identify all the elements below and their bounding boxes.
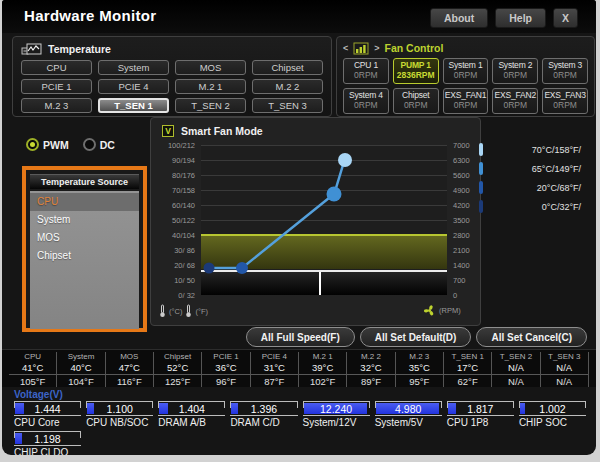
- fan-curve-point-4[interactable]: [338, 153, 352, 167]
- legend-color-swatch: [479, 162, 483, 175]
- rpm-unit-label: (RPM): [439, 306, 461, 315]
- temp-sensor-button-t-sen-3[interactable]: T_SEN 3: [252, 98, 323, 113]
- temp-source-option-chipset[interactable]: Chipset: [30, 247, 139, 265]
- temp-sensor-button-pcie-4[interactable]: PCIE 4: [98, 79, 169, 94]
- voltage-rail-name: CPU Core: [14, 417, 81, 429]
- status-celsius-value: 47°C: [119, 362, 140, 373]
- fan-button-exs-fan2[interactable]: EXS_FAN20RPM: [492, 88, 538, 114]
- legend-percent-value: 100%: [581, 145, 596, 155]
- fan-curve-point-2[interactable]: [236, 262, 248, 274]
- status-cell-cpu: CPU41°C105°F: [9, 352, 57, 387]
- fan-control-icon: [353, 42, 369, 55]
- fan-button-system-1[interactable]: System 10RPM: [443, 58, 489, 84]
- status-celsius-value: 40°C: [70, 362, 91, 373]
- temp-axis-label: 100/212: [168, 141, 195, 150]
- help-button[interactable]: Help: [495, 8, 546, 28]
- status-fahrenheit-value: 62°F: [444, 374, 491, 388]
- voltage-value: 1.817: [447, 403, 514, 415]
- fan-panel-header: < > Fan Control: [343, 40, 588, 56]
- fan-icon: [423, 304, 436, 317]
- fan-button-exs-fan3[interactable]: EXS_FAN30RPM: [542, 88, 588, 114]
- fan-button-pump-1[interactable]: PUMP 12836RPM: [393, 58, 439, 84]
- status-cell-m-2-3: M.2 335°C95°F: [396, 352, 444, 387]
- temp-sensor-button-system[interactable]: System: [98, 60, 169, 75]
- status-celsius-value: N/A: [556, 362, 572, 373]
- fan-mode-radios: PWMDC: [26, 138, 115, 151]
- axis-units-left: (°C) (°F): [159, 304, 208, 318]
- thermometer-c-icon: [159, 304, 166, 318]
- fan-button-exs-fan1[interactable]: EXS_FAN10RPM: [443, 88, 489, 114]
- fan-rpm: 0RPM: [553, 71, 577, 81]
- legend-row: 65°C/149°F/75%: [479, 159, 596, 178]
- voltage-value: 1.396: [230, 403, 297, 415]
- voltage-value: 1.002: [519, 403, 586, 415]
- fahrenheit-unit-label: (°F): [195, 307, 208, 316]
- temp-source-option-cpu[interactable]: CPU: [30, 193, 139, 211]
- button-all-set-cancel-c-[interactable]: All Set Cancel(C): [476, 327, 587, 347]
- voltage-rail-name: CPU NB/SOC: [86, 417, 153, 429]
- check-icon: V: [165, 127, 171, 136]
- voltage-rail-name: CHIP CLDO: [14, 447, 81, 455]
- temp-axis-label: 90/194: [172, 156, 195, 165]
- fan-curve-point-1[interactable]: [204, 263, 215, 274]
- fan-control-panel: < > Fan Control CPU 10RPMPUMP 12836RPMSy…: [336, 36, 595, 117]
- status-cell-m-2-1: M.2 139°C102°F: [299, 352, 347, 387]
- temp-sensor-button-mos[interactable]: MOS: [175, 60, 246, 75]
- button-all-full-speed-f-[interactable]: All Full Speed(F): [246, 327, 355, 347]
- footer-buttons: All Full Speed(F)All Set Default(D)All S…: [246, 327, 587, 347]
- temp-sensor-button-m-2-3[interactable]: M.2 3: [21, 98, 92, 113]
- voltage-rail-cpu-nb-soc: 1.100CPU NB/SOC: [86, 401, 153, 429]
- temp-sensor-button-cpu[interactable]: CPU: [21, 60, 92, 75]
- voltage-gauge: 1.198: [14, 431, 81, 446]
- legend-row: 70°C/158°F/100%: [479, 140, 596, 159]
- voltage-gauge: 1.444: [14, 401, 81, 416]
- voltage-value: 12.240: [303, 403, 370, 415]
- temp-sensor-button-pcie-1[interactable]: PCIE 1: [21, 79, 92, 94]
- status-fahrenheit-value: 95°F: [396, 374, 443, 388]
- about-button[interactable]: About: [430, 8, 488, 28]
- rpm-axis-labels: 7000630056004900420035002800210014007000: [451, 145, 481, 295]
- status-fahrenheit-value: N/A: [541, 374, 588, 388]
- temp-axis-label: 60/140: [172, 201, 195, 210]
- temp-sensor-button-t-sen-1[interactable]: T_SEN 1: [98, 98, 169, 113]
- status-fahrenheit-value: 96°F: [202, 374, 249, 388]
- fan-curve-point-3[interactable]: [327, 186, 342, 201]
- temperature-source-list: CPUSystemMOSChipset: [30, 191, 139, 329]
- fan-curve-plot[interactable]: [201, 145, 447, 295]
- rpm-axis-label: 7000: [453, 141, 470, 150]
- fan-button-cpu-1[interactable]: CPU 10RPM: [343, 58, 389, 84]
- button-all-set-default-d-[interactable]: All Set Default(D): [360, 327, 472, 347]
- status-sensor-name: T_SEN 2: [500, 352, 532, 362]
- temp-source-option-system[interactable]: System: [30, 211, 139, 229]
- legend-row: 0°C/32°F/20%: [479, 197, 596, 216]
- fan-button-chipset[interactable]: Chipset0RPM: [393, 88, 439, 114]
- status-celsius-value: 39°C: [312, 362, 333, 373]
- radio-dc[interactable]: DC: [83, 138, 115, 151]
- temp-sensor-button-m-2-2[interactable]: M.2 2: [252, 79, 323, 94]
- radio-pwm[interactable]: PWM: [26, 138, 69, 151]
- radio-label: DC: [100, 139, 115, 151]
- temp-sensor-button-m-2-1[interactable]: M.2 1: [175, 79, 246, 94]
- fan-button-system-4[interactable]: System 40RPM: [343, 88, 389, 114]
- voltage-gauge: 4.980: [375, 401, 442, 416]
- status-sensor-name: M.2 3: [409, 352, 429, 362]
- chevron-right-icon[interactable]: >: [374, 44, 379, 53]
- temp-source-option-mos[interactable]: MOS: [30, 229, 139, 247]
- status-cell-mos: MOS47°C116°F: [106, 352, 154, 387]
- fan-button-system-2[interactable]: System 20RPM: [492, 58, 538, 84]
- temp-sensor-button-chipset[interactable]: Chipset: [252, 60, 323, 75]
- close-button[interactable]: X: [553, 8, 578, 28]
- voltage-rail-cpu-1p8: 1.817CPU 1P8: [447, 401, 514, 429]
- chevron-left-icon[interactable]: <: [343, 44, 348, 53]
- temp-axis-label: 20/ 68: [174, 261, 195, 270]
- voltage-rail-name: CHIP SOC: [519, 417, 586, 429]
- smart-fan-checkbox[interactable]: V: [162, 125, 174, 137]
- voltage-gauge: 12.240: [303, 401, 370, 416]
- temp-sensor-button-t-sen-2[interactable]: T_SEN 2: [175, 98, 246, 113]
- fan-rpm: 2836RPM: [397, 71, 435, 81]
- temperature-source-header[interactable]: Temperature Source: [30, 174, 139, 189]
- fan-button-system-3[interactable]: System 30RPM: [542, 58, 588, 84]
- status-celsius-value: N/A: [508, 362, 524, 373]
- rpm-axis-label: 4200: [453, 201, 470, 210]
- voltage-rail-chip-soc: 1.002CHIP SOC: [519, 401, 586, 429]
